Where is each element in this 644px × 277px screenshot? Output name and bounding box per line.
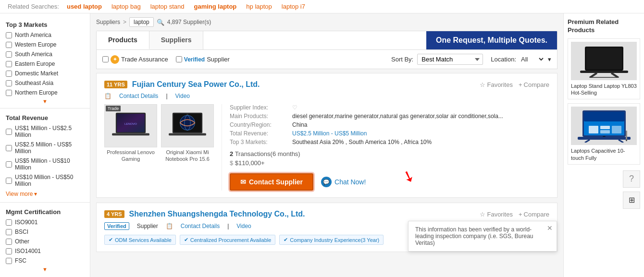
related-link-gaming-laptop[interactable]: gaming laptop [194, 3, 236, 10]
svg-rect-29 [578, 137, 631, 140]
revenue-10m-checkbox[interactable] [6, 178, 12, 184]
north-america-checkbox[interactable] [6, 32, 12, 38]
product-img-1[interactable]: Trade [104, 104, 157, 147]
star-icon-2: ☆ [480, 211, 485, 218]
supplier-label: Supplier [207, 56, 230, 63]
revenue-10m-50m[interactable]: US$10 Million - US$50 Million [0, 172, 90, 189]
experience-badge: ✔ Company Industry Experience(3 Year) [279, 235, 384, 245]
western-europe-checkbox[interactable] [6, 42, 12, 48]
right-sidebar: Premium Related Products Laptop Stand La… [563, 13, 644, 277]
related-link-used-laptop[interactable]: used laptop [67, 3, 102, 10]
markets-scroll-down[interactable]: ▼ [0, 97, 90, 105]
sidebar-item-north-america[interactable]: North America [0, 30, 90, 40]
compare-btn-1[interactable]: + Compare [519, 81, 549, 88]
compare-btn-2[interactable]: + Compare [519, 211, 549, 218]
envelope-icon: ✉ [240, 178, 246, 186]
revenue-1m-checkbox[interactable] [6, 129, 12, 135]
contact-supplier-btn-1[interactable]: ✉ Contact Supplier [230, 173, 313, 191]
svg-rect-25 [600, 126, 610, 129]
premium-product-1[interactable]: Laptop Stand Laptop YL803 Hot-Selling [568, 38, 640, 100]
favorites-btn-2[interactable]: ☆ Favorites [480, 211, 512, 218]
help-widget[interactable]: ? [623, 170, 640, 188]
sidebar-item-domestic-market[interactable]: Domestic Market [0, 69, 90, 78]
view-more-revenue[interactable]: View more ▾ [0, 189, 90, 199]
bsci-checkbox[interactable] [6, 229, 12, 235]
verified-checkbox[interactable] [176, 56, 182, 62]
cert-bsci[interactable]: BSCI [0, 227, 90, 237]
rfq-banner[interactable]: One Request, Multiple Quotes. [426, 31, 557, 49]
breadcrumb-suppliers[interactable]: Suppliers [96, 19, 120, 25]
video-link-1[interactable]: Video [175, 93, 190, 99]
svg-rect-15 [586, 48, 622, 69]
favorites-btn-1[interactable]: ☆ Favorites [480, 81, 512, 88]
verified-filter[interactable]: Verified Supplier [176, 56, 230, 63]
south-america-checkbox[interactable] [6, 51, 12, 58]
cert-other[interactable]: Other [0, 237, 90, 246]
breadcrumb: Suppliers > laptop 🔍 4,897 Supplier(s) [96, 13, 557, 31]
premium-product-2[interactable]: Laptops Capacitive 10-touch Fully [568, 103, 640, 165]
breadcrumb-current[interactable]: laptop [129, 17, 154, 27]
product-label-2: Original Xiaomi Mi Notebook Pro 15.6 [161, 149, 214, 163]
transactions-count: 2 [230, 150, 233, 157]
revenue-2.5m-5m[interactable]: US$2.5 Million - US$5 Million [0, 140, 90, 156]
contact-details-link-1[interactable]: Contact Details [119, 93, 158, 99]
eastern-europe-checkbox[interactable] [6, 61, 12, 67]
sidebar-item-south-america[interactable]: South America [0, 49, 90, 59]
related-link-laptop-bag[interactable]: laptop bag [111, 3, 141, 10]
revenue-5m-checkbox[interactable] [6, 161, 12, 168]
revenue-1m-2.5m[interactable]: US$1 Million - US$2.5 Million [0, 123, 90, 140]
location-select[interactable]: All China USA [519, 55, 545, 63]
iso9001-checkbox[interactable] [6, 219, 12, 226]
iso9001-label: ISO9001 [15, 219, 37, 226]
supplier1-name[interactable]: Fujian Century Sea Power Co., Ltd. [132, 80, 260, 89]
tooltip-close-btn[interactable]: ✕ [547, 224, 553, 232]
related-link-laptop-stand[interactable]: laptop stand [150, 3, 185, 10]
qr-widget[interactable]: ⊞ [623, 192, 640, 209]
southeast-asia-checkbox[interactable] [6, 80, 12, 86]
search-icon[interactable]: 🔍 [157, 19, 164, 26]
certs-scroll-down[interactable]: ▼ [0, 265, 90, 273]
contact-details-link-2[interactable]: Contact Details [181, 223, 220, 229]
product-img-2[interactable] [161, 104, 214, 147]
sidebar-item-southeast-asia[interactable]: Southeast Asia [0, 78, 90, 88]
tab-products[interactable]: Products [97, 31, 149, 49]
revenue-2.5m-checkbox[interactable] [6, 145, 12, 151]
fsc-checkbox[interactable] [6, 258, 12, 264]
transactions-label: Transactions(6 months) [235, 150, 300, 157]
sidebar-item-western-europe[interactable]: Western Europe [0, 40, 90, 49]
iso14001-checkbox[interactable] [6, 248, 12, 254]
sort-select[interactable]: Best Match Transaction Level Response Ra… [417, 54, 483, 65]
premium-img-1 [571, 42, 637, 80]
tab-suppliers[interactable]: Suppliers [149, 31, 204, 49]
main-products-label: Main Products: [230, 113, 292, 120]
other-checkbox[interactable] [6, 239, 12, 245]
laptop-svg-2 [166, 109, 209, 143]
north-america-label: North America [15, 32, 51, 38]
top3markets-title: Top 3 Markets [0, 18, 90, 30]
product-images-1: Trade [104, 104, 214, 191]
chat-now-btn-1[interactable]: 💬 Chat Now! [321, 177, 366, 187]
svg-line-30 [585, 140, 590, 143]
cert-iso9001[interactable]: ISO9001 [0, 217, 90, 227]
revenue-5m-10m[interactable]: US$5 Million - US$10 Million [0, 156, 90, 172]
verified-badge: Verified [184, 56, 205, 63]
supplier2-name[interactable]: Shenzhen Shuangshengda Technology Co., L… [129, 210, 305, 218]
related-link-laptop-i7[interactable]: laptop i7 [282, 3, 305, 10]
northern-europe-label: Northern Europe [15, 89, 58, 96]
related-link-hp-laptop[interactable]: hp laptop [246, 3, 272, 10]
trade-assurance-filter[interactable]: ✦ Trade Assurance [102, 55, 168, 64]
years-badge-1: 11 YRS [104, 81, 127, 88]
card1-buttons: ✉ Contact Supplier 💬 Chat Now! [230, 173, 549, 191]
sidebar-item-northern-europe[interactable]: Northern Europe [0, 88, 90, 97]
trade-assurance-checkbox[interactable] [102, 56, 109, 62]
cert-iso14001[interactable]: ISO14001 [0, 246, 90, 256]
card1-actions: ☆ Favorites + Compare [480, 81, 549, 88]
video-link-2[interactable]: Video [236, 223, 251, 229]
supplier-card-2: 4 YRS Shenzhen Shuangshengda Technology … [96, 203, 557, 252]
experience-label: Company Industry Experience(3 Year) [290, 237, 379, 243]
northern-europe-checkbox[interactable] [6, 90, 12, 96]
top3markets-row: Top 3 Markets: Southeast Asia 20% , Sout… [230, 139, 549, 145]
domestic-market-checkbox[interactable] [6, 71, 12, 77]
sidebar-item-eastern-europe[interactable]: Eastern Europe [0, 59, 90, 69]
cert-fsc[interactable]: FSC [0, 256, 90, 265]
